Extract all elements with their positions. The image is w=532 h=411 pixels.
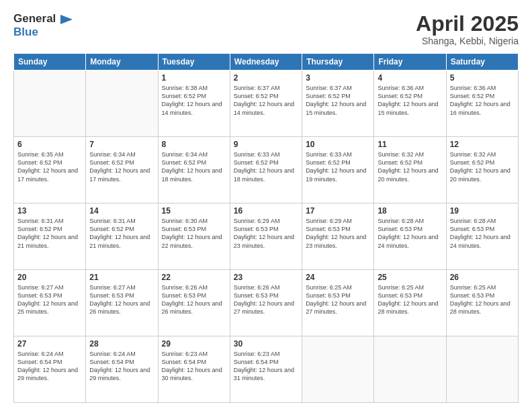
day-detail: Sunrise: 6:28 AM Sunset: 6:53 PM Dayligh… <box>450 217 515 250</box>
day-detail: Sunrise: 6:23 AM Sunset: 6:54 PM Dayligh… <box>234 350 298 383</box>
title-block: April 2025 Shanga, Kebbi, Nigeria <box>416 12 519 46</box>
calendar-table: SundayMondayTuesdayWednesdayThursdayFrid… <box>13 53 519 403</box>
table-cell: 19Sunrise: 6:28 AM Sunset: 6:53 PM Dayli… <box>446 203 518 270</box>
table-cell: 17Sunrise: 6:29 AM Sunset: 6:53 PM Dayli… <box>302 203 374 270</box>
day-number: 7 <box>89 140 154 149</box>
day-number: 26 <box>450 273 515 282</box>
weekday-tuesday: Tuesday <box>158 54 230 71</box>
day-number: 15 <box>162 206 226 216</box>
week-row-1: 1Sunrise: 6:38 AM Sunset: 6:52 PM Daylig… <box>14 71 519 137</box>
table-cell: 28Sunrise: 6:24 AM Sunset: 6:54 PM Dayli… <box>86 336 158 403</box>
day-detail: Sunrise: 6:27 AM Sunset: 6:53 PM Dayligh… <box>17 283 82 316</box>
weekday-thursday: Thursday <box>302 54 374 71</box>
day-number: 20 <box>17 273 82 282</box>
day-number: 21 <box>89 273 154 282</box>
day-detail: Sunrise: 6:26 AM Sunset: 6:53 PM Dayligh… <box>234 283 298 316</box>
day-number: 18 <box>378 206 442 216</box>
table-cell: 27Sunrise: 6:24 AM Sunset: 6:54 PM Dayli… <box>14 336 86 403</box>
day-detail: Sunrise: 6:25 AM Sunset: 6:53 PM Dayligh… <box>450 283 515 316</box>
day-number: 8 <box>162 140 226 149</box>
day-number: 17 <box>306 206 370 216</box>
table-cell: 6Sunrise: 6:35 AM Sunset: 6:52 PM Daylig… <box>14 137 86 203</box>
day-detail: Sunrise: 6:33 AM Sunset: 6:52 PM Dayligh… <box>234 150 298 183</box>
day-detail: Sunrise: 6:25 AM Sunset: 6:53 PM Dayligh… <box>306 283 370 316</box>
table-cell: 22Sunrise: 6:26 AM Sunset: 6:53 PM Dayli… <box>158 270 230 336</box>
day-number: 16 <box>234 206 298 216</box>
table-cell: 30Sunrise: 6:23 AM Sunset: 6:54 PM Dayli… <box>230 336 302 403</box>
day-number: 9 <box>234 140 298 149</box>
weekday-wednesday: Wednesday <box>230 54 302 71</box>
table-cell: 1Sunrise: 6:38 AM Sunset: 6:52 PM Daylig… <box>158 71 230 137</box>
day-number: 24 <box>306 273 370 282</box>
day-number: 25 <box>378 273 442 282</box>
day-number: 27 <box>17 339 82 349</box>
table-cell: 25Sunrise: 6:25 AM Sunset: 6:53 PM Dayli… <box>374 270 446 336</box>
day-number: 2 <box>234 73 298 83</box>
day-number: 1 <box>162 73 226 83</box>
day-number: 4 <box>378 73 442 83</box>
table-cell <box>14 71 86 137</box>
weekday-sunday: Sunday <box>14 54 86 71</box>
table-cell <box>302 336 374 403</box>
svg-marker-0 <box>60 15 73 24</box>
table-cell: 15Sunrise: 6:30 AM Sunset: 6:53 PM Dayli… <box>158 203 230 270</box>
table-cell: 23Sunrise: 6:26 AM Sunset: 6:53 PM Dayli… <box>230 270 302 336</box>
weekday-monday: Monday <box>86 54 158 71</box>
day-detail: Sunrise: 6:34 AM Sunset: 6:52 PM Dayligh… <box>162 150 226 183</box>
day-detail: Sunrise: 6:37 AM Sunset: 6:52 PM Dayligh… <box>306 84 370 117</box>
table-cell: 7Sunrise: 6:34 AM Sunset: 6:52 PM Daylig… <box>86 137 158 203</box>
day-detail: Sunrise: 6:27 AM Sunset: 6:53 PM Dayligh… <box>89 283 154 316</box>
day-detail: Sunrise: 6:25 AM Sunset: 6:53 PM Dayligh… <box>378 283 442 316</box>
day-number: 11 <box>378 140 442 149</box>
table-cell: 14Sunrise: 6:31 AM Sunset: 6:52 PM Dayli… <box>86 203 158 270</box>
table-cell: 13Sunrise: 6:31 AM Sunset: 6:52 PM Dayli… <box>14 203 86 270</box>
table-cell: 11Sunrise: 6:32 AM Sunset: 6:52 PM Dayli… <box>374 137 446 203</box>
day-detail: Sunrise: 6:24 AM Sunset: 6:54 PM Dayligh… <box>17 350 82 383</box>
day-detail: Sunrise: 6:33 AM Sunset: 6:52 PM Dayligh… <box>306 150 370 183</box>
table-cell: 3Sunrise: 6:37 AM Sunset: 6:52 PM Daylig… <box>302 71 374 137</box>
day-number: 6 <box>17 140 82 149</box>
day-detail: Sunrise: 6:38 AM Sunset: 6:52 PM Dayligh… <box>162 84 226 117</box>
day-detail: Sunrise: 6:23 AM Sunset: 6:54 PM Dayligh… <box>162 350 226 383</box>
day-detail: Sunrise: 6:28 AM Sunset: 6:53 PM Dayligh… <box>378 217 442 250</box>
day-detail: Sunrise: 6:36 AM Sunset: 6:52 PM Dayligh… <box>378 84 442 117</box>
table-cell: 21Sunrise: 6:27 AM Sunset: 6:53 PM Dayli… <box>86 270 158 336</box>
table-cell: 8Sunrise: 6:34 AM Sunset: 6:52 PM Daylig… <box>158 137 230 203</box>
day-number: 19 <box>450 206 515 216</box>
table-cell: 12Sunrise: 6:32 AM Sunset: 6:52 PM Dayli… <box>446 137 518 203</box>
table-cell: 10Sunrise: 6:33 AM Sunset: 6:52 PM Dayli… <box>302 137 374 203</box>
day-number: 29 <box>162 339 226 349</box>
day-detail: Sunrise: 6:31 AM Sunset: 6:52 PM Dayligh… <box>17 217 82 250</box>
table-cell <box>446 336 518 403</box>
day-detail: Sunrise: 6:24 AM Sunset: 6:54 PM Dayligh… <box>89 350 154 383</box>
table-cell: 5Sunrise: 6:36 AM Sunset: 6:52 PM Daylig… <box>446 71 518 137</box>
day-detail: Sunrise: 6:29 AM Sunset: 6:53 PM Dayligh… <box>234 217 298 250</box>
day-number: 30 <box>234 339 298 349</box>
day-detail: Sunrise: 6:36 AM Sunset: 6:52 PM Dayligh… <box>450 84 515 117</box>
logo-arrow-icon <box>60 15 73 24</box>
logo: General Blue <box>13 12 73 38</box>
table-cell <box>86 71 158 137</box>
day-detail: Sunrise: 6:32 AM Sunset: 6:52 PM Dayligh… <box>378 150 442 183</box>
day-detail: Sunrise: 6:26 AM Sunset: 6:53 PM Dayligh… <box>162 283 226 316</box>
day-detail: Sunrise: 6:37 AM Sunset: 6:52 PM Dayligh… <box>234 84 298 117</box>
day-detail: Sunrise: 6:34 AM Sunset: 6:52 PM Dayligh… <box>89 150 154 183</box>
table-cell: 20Sunrise: 6:27 AM Sunset: 6:53 PM Dayli… <box>14 270 86 336</box>
day-number: 28 <box>89 339 154 349</box>
weekday-saturday: Saturday <box>446 54 518 71</box>
table-cell <box>374 336 446 403</box>
logo-text: General Blue <box>13 12 73 38</box>
calendar-title: April 2025 <box>416 12 519 36</box>
table-cell: 29Sunrise: 6:23 AM Sunset: 6:54 PM Dayli… <box>158 336 230 403</box>
day-number: 14 <box>89 206 154 216</box>
day-number: 10 <box>306 140 370 149</box>
day-number: 13 <box>17 206 82 216</box>
day-detail: Sunrise: 6:35 AM Sunset: 6:52 PM Dayligh… <box>17 150 82 183</box>
week-row-3: 13Sunrise: 6:31 AM Sunset: 6:52 PM Dayli… <box>14 203 519 270</box>
week-row-2: 6Sunrise: 6:35 AM Sunset: 6:52 PM Daylig… <box>14 137 519 203</box>
day-number: 3 <box>306 73 370 83</box>
week-row-4: 20Sunrise: 6:27 AM Sunset: 6:53 PM Dayli… <box>14 270 519 336</box>
weekday-friday: Friday <box>374 54 446 71</box>
calendar-page: General Blue April 2025 Shanga, Kebbi, N… <box>0 0 532 411</box>
day-detail: Sunrise: 6:29 AM Sunset: 6:53 PM Dayligh… <box>306 217 370 250</box>
